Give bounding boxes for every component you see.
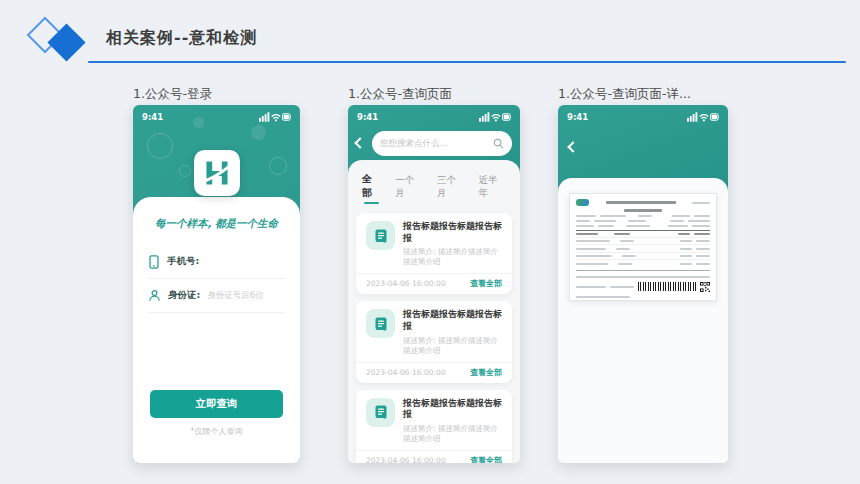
id-field-placeholder: 身份证号后6位 xyxy=(207,290,263,302)
view-all-link[interactable]: 查看全部 xyxy=(470,367,502,378)
signal-wifi-battery-icons xyxy=(687,112,719,122)
report-card-list: 报告标题报告标题报告标报 描述简介: 描述简介描述简介描述简介绍 2023-04… xyxy=(348,209,520,463)
phone2-caption: 1.公众号-查询页面 xyxy=(348,86,452,103)
title-underline xyxy=(88,61,846,63)
person-icon xyxy=(148,289,161,302)
report-date: 2023-04-06 16:00:00 xyxy=(366,279,446,288)
presentation-slide: 相关案例--意和检测 1.公众号-登录 1.公众号-查询页面 1.公众号-查询页… xyxy=(0,0,860,484)
phone-login-screen: 9:41 每一个样本, 都是一个生命 xyxy=(133,105,300,463)
phone-report-detail-screen: 9:41 xyxy=(558,105,728,463)
virus-doodle xyxy=(179,165,191,177)
detail-content-panel: 下载电子版 xyxy=(558,178,728,463)
search-input[interactable] xyxy=(380,138,489,148)
lab-logo xyxy=(576,199,589,206)
report-card[interactable]: 报告标题报告标题报告标报 描述简介: 描述简介描述简介描述简介绍 2023-04… xyxy=(356,213,512,294)
clock: 9:41 xyxy=(567,112,588,122)
query-now-button[interactable]: 立即查询 xyxy=(150,390,283,418)
report-title: 报告标题报告标题报告标报 xyxy=(403,398,502,421)
report-doc-icon xyxy=(366,309,395,338)
report-title: 报告标题报告标题报告标报 xyxy=(403,221,502,244)
report-date: 2023-04-06 16:00:00 xyxy=(366,456,446,463)
phone-query-list-screen: 9:41 全部 xyxy=(348,105,520,463)
clock: 9:41 xyxy=(142,112,163,122)
report-subtitle: 描述简介: 描述简介描述简介描述简介绍 xyxy=(403,247,502,267)
report-doc-icon xyxy=(366,398,395,427)
personal-only-note: *仅限个人查询 xyxy=(133,426,300,437)
report-result-table xyxy=(576,230,710,267)
report-thumbnail[interactable] xyxy=(569,193,717,301)
tab-half-year[interactable]: 近半年 xyxy=(478,174,506,200)
phone3-caption: 1.公众号-查询页面-详... xyxy=(558,86,691,103)
view-all-link[interactable]: 查看全部 xyxy=(470,455,502,463)
status-bar: 9:41 xyxy=(142,111,291,123)
qr-code-icon xyxy=(700,280,710,294)
slogan-text: 每一个样本, 都是一个生命 xyxy=(133,217,300,231)
report-subtitle: 描述简介: 描述简介描述简介描述简介绍 xyxy=(403,336,502,356)
signal-wifi-battery-icons xyxy=(259,112,291,122)
report-footer xyxy=(576,270,710,298)
phone-icon xyxy=(148,255,160,269)
virus-doodle xyxy=(269,157,287,175)
search-icon xyxy=(493,138,504,149)
report-card[interactable]: 报告标题报告标题报告标报 描述简介: 描述简介描述简介描述简介绍 2023-04… xyxy=(356,301,512,382)
report-card[interactable]: 报告标题报告标题报告标报 描述简介: 描述简介描述简介描述简介绍 2023-04… xyxy=(356,390,512,463)
back-chevron-icon[interactable] xyxy=(354,137,365,148)
id-card-field[interactable]: 身份证: 身份证号后6位 xyxy=(148,279,285,313)
id-field-label: 身份证: xyxy=(168,289,200,302)
phone-field-label: 手机号: xyxy=(167,255,199,268)
signal-wifi-battery-icons xyxy=(479,112,511,122)
search-bar[interactable] xyxy=(372,131,512,156)
app-logo-h xyxy=(194,150,240,200)
report-subtitle: 描述简介: 描述简介描述简介描述简介绍 xyxy=(403,424,502,444)
report-doc-icon xyxy=(366,221,395,250)
slide-logo xyxy=(20,10,94,66)
virus-doodle xyxy=(147,133,173,159)
barcode xyxy=(638,282,696,291)
login-form: 手机号: 身份证: 身份证号后6位 xyxy=(148,245,285,313)
phone1-caption: 1.公众号-登录 xyxy=(133,86,212,103)
clock: 9:41 xyxy=(357,112,378,122)
report-date: 2023-04-06 16:00:00 xyxy=(366,368,446,377)
tab-one-month[interactable]: 一个月 xyxy=(395,174,423,200)
filter-tabs: 全部 一个月 三个月 近半年 xyxy=(348,160,520,209)
status-bar: 9:41 xyxy=(567,111,719,123)
list-content-panel: 全部 一个月 三个月 近半年 报告标题报告标题报告标报 描述简介: 描述简介描述… xyxy=(348,160,520,463)
view-all-link[interactable]: 查看全部 xyxy=(470,278,502,289)
tab-all[interactable]: 全部 xyxy=(362,172,381,200)
status-bar: 9:41 xyxy=(357,111,511,123)
phone-number-field[interactable]: 手机号: xyxy=(148,245,285,279)
page-title: 相关案例--意和检测 xyxy=(106,28,257,49)
login-card: 每一个样本, 都是一个生命 手机号: 身份证: 身份证号后 xyxy=(133,197,300,463)
report-title: 报告标题报告标题报告标报 xyxy=(403,309,502,332)
virus-doodle xyxy=(251,125,266,140)
tab-three-months[interactable]: 三个月 xyxy=(437,174,465,200)
